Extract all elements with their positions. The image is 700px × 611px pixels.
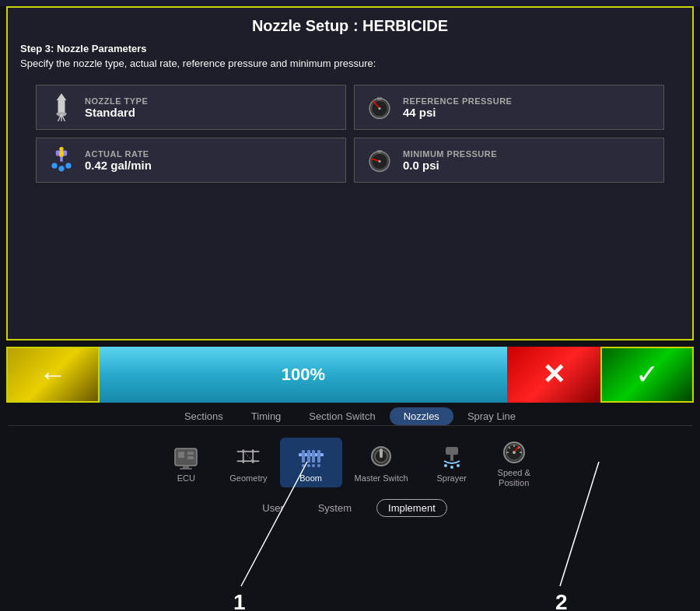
svg-rect-51 (450, 455, 453, 461)
icon-ecu[interactable]: ECU (155, 438, 217, 487)
svg-rect-29 (237, 461, 259, 463)
tab-timing[interactable]: Timing (237, 407, 296, 425)
icon-boom[interactable]: Boom (280, 438, 342, 487)
ok-button[interactable]: ✓ (600, 347, 694, 403)
step-desc: Specify the nozzle type, actual rate, re… (20, 58, 680, 69)
svg-point-43 (307, 464, 310, 467)
svg-rect-38 (302, 450, 305, 463)
actual-rate-text: ACTUAL RATE 0.42 gal/min (85, 149, 152, 172)
reference-pressure-text: REFERENCE PRESSURE 44 psi (403, 96, 512, 119)
action-bar: ← 100% ✕ ✓ (6, 347, 694, 403)
svg-rect-27 (180, 468, 192, 470)
progress-button[interactable]: 100% (100, 347, 507, 403)
svg-text:2: 2 (555, 590, 568, 611)
svg-line-36 (243, 452, 253, 461)
svg-point-14 (65, 163, 71, 169)
minimum-pressure-icon (366, 146, 394, 174)
svg-rect-25 (187, 456, 194, 459)
tab-user[interactable]: User (253, 500, 292, 516)
back-button[interactable]: ← (6, 347, 100, 403)
ecu-icon (172, 442, 200, 470)
svg-point-13 (58, 166, 64, 171)
nozzle-type-value: Standard (85, 106, 148, 119)
icon-sprayer[interactable]: Sprayer (421, 438, 483, 487)
svg-marker-0 (57, 93, 67, 114)
minimum-pressure-value: 0.0 psi (403, 159, 497, 172)
svg-rect-24 (187, 452, 194, 455)
svg-point-34 (242, 460, 245, 463)
svg-rect-11 (60, 156, 63, 162)
reference-pressure-box[interactable]: REFERENCE PRESSURE 44 psi (354, 85, 664, 130)
speed-position-label: Speed &Position (498, 468, 530, 488)
ecu-label: ECU (177, 473, 195, 483)
svg-point-8 (378, 107, 380, 110)
icon-speed-position[interactable]: Speed &Position (483, 432, 545, 493)
icon-row: ECU Geometry (8, 426, 692, 496)
nozzle-type-box[interactable]: NOZZLE TYPE Standard (36, 85, 346, 130)
master-switch-icon (367, 442, 395, 470)
nozzle-type-text: NOZZLE TYPE Standard (85, 96, 148, 119)
svg-point-52 (444, 464, 447, 467)
svg-rect-40 (312, 450, 315, 463)
reference-pressure-value: 44 psi (403, 106, 512, 119)
tab-section-switch[interactable]: Section Switch (295, 407, 389, 425)
minimum-pressure-text: MINIMUM PRESSURE 0.0 psi (403, 149, 497, 172)
ok-icon: ✓ (635, 358, 659, 391)
nozzle-icon (47, 93, 75, 121)
progress-label: 100% (282, 365, 325, 385)
svg-point-15 (59, 147, 63, 151)
icon-master-switch[interactable]: Master Switch (342, 438, 421, 487)
svg-rect-50 (446, 447, 458, 455)
svg-point-63 (513, 451, 516, 454)
params-grid: NOZZLE TYPE Standard REFERENCE PRES (36, 85, 664, 183)
tab-implement[interactable]: Implement (376, 499, 447, 517)
actual-rate-value: 0.42 gal/min (85, 159, 152, 172)
svg-point-12 (51, 163, 57, 169)
tab-system[interactable]: System (309, 500, 361, 516)
actual-rate-icon (47, 146, 75, 174)
master-switch-label: Master Switch (355, 473, 408, 483)
svg-point-49 (380, 455, 383, 458)
actual-rate-label: ACTUAL RATE (85, 149, 152, 159)
svg-rect-21 (377, 150, 382, 152)
svg-rect-41 (317, 450, 320, 463)
reference-pressure-icon (366, 93, 394, 121)
svg-point-45 (317, 464, 320, 467)
svg-point-44 (312, 464, 315, 467)
geometry-label: Geometry (229, 473, 267, 483)
sprayer-label: Sprayer (436, 473, 467, 483)
tab-sections[interactable]: Sections (170, 407, 237, 425)
svg-point-20 (378, 160, 380, 162)
svg-rect-26 (183, 466, 189, 468)
cancel-button[interactable]: ✕ (507, 347, 600, 403)
tab-spray-line[interactable]: Spray Line (453, 407, 530, 425)
svg-rect-16 (59, 151, 63, 156)
back-arrow-icon: ← (39, 358, 67, 391)
main-container: Nozzle Setup : HERBICIDE Step 3: Nozzle … (0, 6, 700, 611)
svg-point-33 (252, 450, 255, 453)
svg-rect-39 (307, 450, 310, 463)
minimum-pressure-box[interactable]: MINIMUM PRESSURE 0.0 psi (354, 138, 664, 183)
sprayer-icon (438, 442, 466, 470)
cancel-icon: ✕ (542, 358, 565, 391)
tab-nozzles[interactable]: Nozzles (390, 407, 453, 425)
top-panel: Nozzle Setup : HERBICIDE Step 3: Nozzle … (6, 6, 694, 340)
panel-title: Nozzle Setup : HERBICIDE (20, 17, 680, 35)
svg-point-54 (457, 464, 460, 467)
bottom-nav: Sections Timing Section Switch Nozzles S… (0, 403, 700, 522)
svg-point-53 (450, 466, 453, 469)
svg-rect-28 (237, 451, 259, 452)
boom-icon (297, 442, 325, 470)
boom-label: Boom (299, 473, 322, 483)
bottom-tab-row: User System Implement (8, 496, 692, 522)
svg-text:1: 1 (233, 590, 246, 611)
minimum-pressure-label: MINIMUM PRESSURE (403, 149, 497, 159)
icon-geometry[interactable]: Geometry (217, 438, 279, 487)
speed-position-icon (500, 437, 528, 465)
svg-point-42 (302, 464, 305, 467)
geometry-icon (234, 442, 262, 470)
actual-rate-box[interactable]: ACTUAL RATE 0.42 gal/min (36, 138, 346, 183)
svg-rect-9 (377, 97, 382, 100)
step-label: Step 3: Nozzle Parameters (20, 43, 680, 54)
top-tab-row: Sections Timing Section Switch Nozzles S… (8, 403, 692, 426)
